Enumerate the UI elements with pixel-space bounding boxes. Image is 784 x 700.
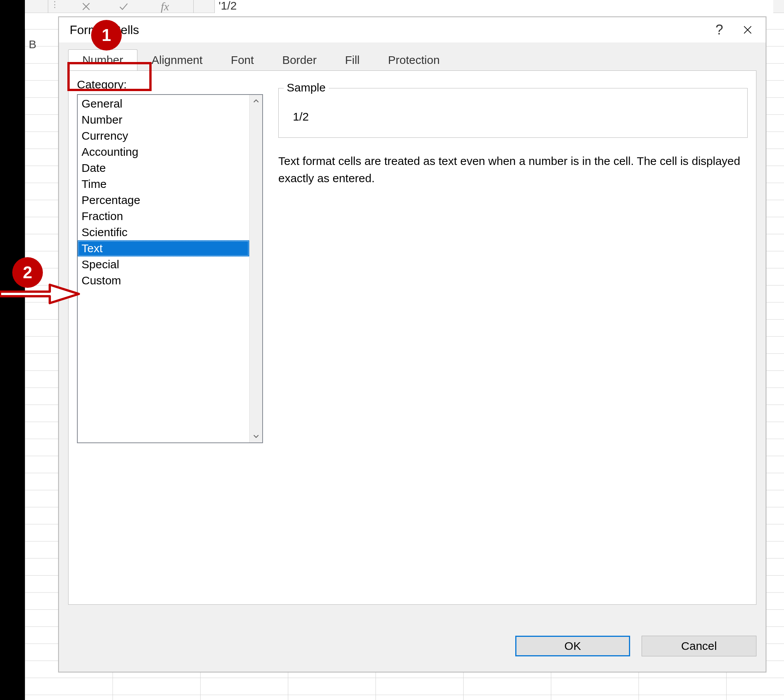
ok-button[interactable]: OK [515,636,630,657]
category-item-special[interactable]: Special [78,257,249,272]
tab-alignment[interactable]: Alignment [137,49,217,71]
enter-checkmark-icon[interactable] [114,0,133,13]
tab-font[interactable]: Font [217,49,268,71]
help-button[interactable]: ? [705,18,734,41]
category-item-scientific[interactable]: Scientific [78,224,249,240]
close-button[interactable] [734,18,762,41]
divider [193,0,194,13]
sample-group: Sample 1/2 [278,88,747,138]
category-item-date[interactable]: Date [78,160,249,176]
sample-value: 1/2 [293,110,309,123]
format-cells-dialog: Format Cells ? Number Alignment Font Bor… [58,17,766,672]
category-label: Category: [77,78,127,91]
dialog-title: Format Cells [70,23,139,37]
insert-function-button[interactable]: fx [161,0,169,13]
sample-legend: Sample [284,81,329,94]
dialog-titlebar[interactable]: Format Cells ? [59,17,766,42]
tab-border[interactable]: Border [268,49,331,71]
scroll-up-icon[interactable] [250,95,262,107]
category-item-text[interactable]: Text [78,240,249,257]
dialog-body: Category: General Number Currency Accoun… [68,70,756,605]
listbox-scrollbar[interactable] [249,95,262,442]
category-item-time[interactable]: Time [78,176,249,192]
tab-fill[interactable]: Fill [331,49,374,71]
category-item-percentage[interactable]: Percentage [78,192,249,208]
category-item-number[interactable]: Number [78,112,249,128]
scroll-down-icon[interactable] [250,430,262,442]
divider [48,0,48,13]
cancel-button[interactable]: Cancel [642,636,756,657]
category-listbox[interactable]: General Number Currency Accounting Date … [77,94,263,443]
tab-number[interactable]: Number [68,49,137,71]
category-item-currency[interactable]: Currency [78,128,249,144]
dialog-button-bar: OK Cancel [59,630,766,672]
column-header[interactable]: B [25,37,40,52]
dialog-tabs: Number Alignment Font Border Fill Protec… [59,46,766,70]
category-item-general[interactable]: General [78,96,249,112]
drag-handle-icon [50,0,55,11]
tab-protection[interactable]: Protection [374,49,454,71]
cancel-entry-icon[interactable] [77,0,96,13]
category-item-accounting[interactable]: Accounting [78,144,249,160]
category-description: Text format cells are treated as text ev… [278,152,747,187]
category-item-custom[interactable]: Custom [78,272,249,288]
category-item-fraction[interactable]: Fraction [78,208,249,224]
formula-bar-input[interactable]: '1/2 [214,0,773,13]
